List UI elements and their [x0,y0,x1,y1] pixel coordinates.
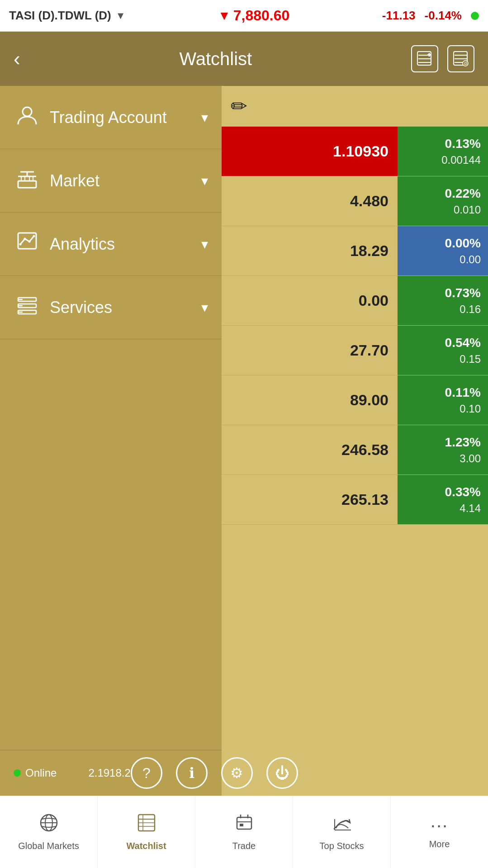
watch-price-value: 18.29 [222,226,398,275]
header: ‹ Watchlist ⚙ [0,32,488,86]
add-watchlist-button[interactable] [411,45,438,72]
trade-icon [234,813,254,837]
edit-button[interactable]: ✏ [231,95,247,118]
watchlist-panel: ✏ 1.10930 0.13% 0.00144 4.480 0.22% 0.01… [222,86,488,796]
ticker-dropdown-icon[interactable]: ▼ [116,10,126,22]
version-label: 2.1918.2 [88,767,130,779]
nav-trade-label: Trade [232,841,256,851]
nav-top-stocks-label: Top Stocks [320,841,364,851]
watch-price-value: 265.13 [222,475,398,524]
sidebar-menu: Trading Account ▾ Market ▾ [0,86,222,796]
watch-change-cell: 0.33% 4.14 [398,475,488,524]
sidebar-item-trading-account[interactable]: Trading Account ▾ [0,86,222,149]
sidebar-item-services[interactable]: Services ▾ [0,276,222,339]
watch-price-value: 4.480 [222,176,398,226]
watchlist-icon [137,813,156,837]
svg-point-23 [28,240,31,242]
settings-button[interactable]: ⚙ [221,757,253,789]
watch-row[interactable]: 0.00 0.73% 0.16 [222,276,488,326]
watch-change-cell: 0.11% 0.10 [398,375,488,425]
watch-change-cell: 0.54% 0.15 [398,326,488,375]
watch-row[interactable]: 89.00 0.11% 0.10 [222,375,488,425]
analytics-chevron: ▾ [201,236,208,252]
watch-price-value: 0.00 [222,276,398,325]
main-content: Trading Account ▾ Market ▾ [0,86,488,796]
watch-row[interactable]: 18.29 0.00% 0.00 [222,226,488,276]
watch-row[interactable]: 4.480 0.22% 0.010 [222,176,488,226]
more-icon: ··· [431,815,448,835]
watch-row[interactable]: 27.70 0.54% 0.15 [222,326,488,375]
price-down-arrow-icon: ▼ [218,9,231,23]
svg-rect-41 [240,824,243,826]
change-points: -11.13 [382,9,416,23]
online-label: Online [25,767,57,779]
global-markets-icon [39,813,59,837]
edit-bar: ✏ [222,86,488,127]
nav-trade[interactable]: Trade [195,796,293,868]
online-indicator [14,769,21,777]
change-info: -11.13 -0.14% [382,9,479,23]
svg-point-12 [23,107,32,116]
watch-change-cell: 0.22% 0.010 [398,176,488,226]
current-price: 7,880.60 [233,7,290,24]
logout-button[interactable]: ⏻ [266,757,298,789]
market-icon [14,167,41,194]
trading-account-icon [14,104,41,131]
nav-top-stocks[interactable]: Top Stocks [293,796,391,868]
svg-rect-13 [18,181,36,188]
status-bar: TASI (D).TDWL (D) ▼ ▼ 7,880.60 -11.13 -0… [0,0,488,32]
watch-price-value: 246.58 [222,425,398,474]
analytics-label: Analytics [50,235,115,254]
watch-change-cell: 0.13% 0.00144 [398,127,488,176]
trading-account-label: Trading Account [50,108,167,127]
svg-rect-39 [237,817,251,829]
market-chevron: ▾ [201,173,208,189]
nav-global-markets-label: Global Markets [18,841,79,851]
watchlist-rows: 1.10930 0.13% 0.00144 4.480 0.22% 0.010 … [222,127,488,796]
watch-change-cell: 0.00% 0.00 [398,226,488,275]
svg-point-24 [33,235,35,237]
ticker-label: TASI (D).TDWL (D) [9,9,111,23]
sidebar-action-icons: ? ℹ ⚙ ⏻ [131,757,298,789]
nav-more[interactable]: ··· More [391,796,488,868]
sidebar-status-bar: Online 2.1918.2 ? ℹ ⚙ ⏻ [0,750,222,796]
analytics-icon [14,231,41,258]
connection-status-dot [471,12,479,20]
back-button[interactable]: ‹ [14,47,20,70]
nav-watchlist[interactable]: Watchlist [98,796,195,868]
svg-point-21 [19,243,22,245]
nav-watchlist-label: Watchlist [126,841,166,851]
watch-row[interactable]: 265.13 0.33% 4.14 [222,475,488,525]
bottom-nav: Global Markets Watchlist Trade [0,796,488,868]
online-status: Online 2.1918.2 [14,767,131,779]
nav-more-label: More [429,839,450,849]
help-button[interactable]: ? [131,757,162,789]
header-action-icons: ⚙ [411,45,474,72]
services-label: Services [50,298,112,317]
watch-change-cell: 1.23% 3.00 [398,425,488,474]
watch-price-value: 1.10930 [222,127,398,176]
watch-change-cell: 0.73% 0.16 [398,276,488,325]
manage-watchlist-button[interactable]: ⚙ [447,45,474,72]
market-label: Market [50,171,99,190]
watch-row[interactable]: 246.58 1.23% 3.00 [222,425,488,475]
price-info: ▼ 7,880.60 [218,7,289,24]
top-stocks-icon [332,813,352,837]
nav-global-markets[interactable]: Global Markets [0,796,98,868]
trading-account-chevron: ▾ [201,109,208,125]
page-title: Watchlist [179,49,252,69]
svg-point-22 [24,237,26,240]
sidebar-item-market[interactable]: Market ▾ [0,149,222,213]
svg-text:⚙: ⚙ [463,61,467,66]
services-chevron: ▾ [201,299,208,315]
info-button[interactable]: ℹ [176,757,208,789]
sidebar-item-analytics[interactable]: Analytics ▾ [0,213,222,276]
change-percent: -0.14% [425,9,462,23]
watch-price-value: 89.00 [222,375,398,425]
watch-price-value: 27.70 [222,326,398,375]
ticker-info: TASI (D).TDWL (D) ▼ [9,9,126,23]
watch-row[interactable]: 1.10930 0.13% 0.00144 [222,127,488,176]
services-icon [14,294,41,321]
